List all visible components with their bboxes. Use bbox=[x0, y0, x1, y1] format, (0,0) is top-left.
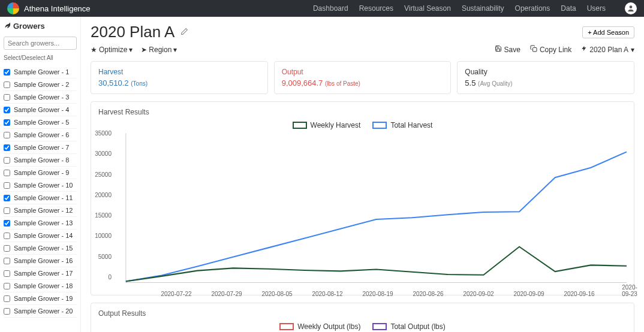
optimize-label: Optimize bbox=[99, 46, 127, 54]
harvest-unit: (Tons) bbox=[131, 80, 148, 87]
grower-checkbox[interactable] bbox=[4, 283, 10, 289]
nav-link-resources[interactable]: Resources bbox=[359, 4, 393, 13]
copy-link-button[interactable]: Copy Link bbox=[530, 45, 571, 54]
season-picker[interactable]: 2020 Plan A ▾ bbox=[581, 45, 634, 54]
quality-card: Quality 5.5 (Avg Quality) bbox=[457, 61, 634, 94]
region-button[interactable]: ➤ Region ▾ bbox=[141, 46, 177, 54]
grower-label: Sample Grower - 9 bbox=[14, 169, 69, 176]
grower-label: Sample Grower - 4 bbox=[14, 106, 69, 113]
sidebar-title: Growers bbox=[4, 22, 77, 31]
grower-label: Sample Grower - 11 bbox=[14, 194, 73, 201]
y-axis-label: 30000 bbox=[95, 150, 112, 157]
x-axis-label: 2020-09-23 bbox=[622, 284, 637, 297]
y-axis-label: 5000 bbox=[98, 253, 112, 259]
grower-checkbox[interactable] bbox=[4, 107, 10, 113]
legend-label: Weekly Output (lbs) bbox=[297, 322, 360, 331]
grower-checkbox[interactable] bbox=[4, 245, 10, 252]
grower-checkbox[interactable] bbox=[4, 195, 10, 201]
quality-label: Quality bbox=[465, 68, 627, 76]
edit-title-icon[interactable] bbox=[180, 28, 188, 37]
x-axis-label: 2020-07-22 bbox=[161, 291, 191, 297]
grower-checkbox[interactable] bbox=[4, 82, 10, 88]
grower-label: Sample Grower - 8 bbox=[14, 156, 69, 164]
grower-label: Sample Grower - 17 bbox=[14, 270, 73, 277]
legend-item: Weekly Harvest bbox=[293, 121, 361, 129]
harvest-value: 30,510.2 (Tons) bbox=[98, 79, 260, 87]
grower-label: Sample Grower - 1 bbox=[14, 68, 69, 76]
caret-down-icon: ▾ bbox=[129, 46, 133, 54]
grower-checkbox[interactable] bbox=[4, 295, 10, 302]
output-number: 9,009,664.7 bbox=[282, 79, 323, 87]
grower-item: Sample Grower - 11 bbox=[4, 192, 77, 204]
search-input[interactable] bbox=[4, 37, 77, 50]
add-season-button[interactable]: + Add Season bbox=[582, 26, 634, 38]
x-axis-label: 2020-09-16 bbox=[564, 291, 594, 297]
nav-link-users[interactable]: Users bbox=[587, 4, 606, 13]
x-axis-label: 2020-07-29 bbox=[211, 291, 242, 297]
harvest-card: Harvest 30,510.2 (Tons) bbox=[91, 61, 268, 94]
nav-link-sustainability[interactable]: Sustainability bbox=[462, 4, 504, 13]
grower-label: Sample Grower - 19 bbox=[14, 295, 73, 302]
y-axis-label: 20000 bbox=[95, 191, 112, 198]
nav-link-data[interactable]: Data bbox=[561, 4, 576, 13]
legend-label: Total Harvest bbox=[390, 121, 432, 129]
grower-label: Sample Grower - 14 bbox=[14, 232, 73, 239]
grower-item: Sample Grower - 4 bbox=[4, 104, 77, 116]
grower-checkbox[interactable] bbox=[4, 233, 10, 239]
select-all-link[interactable]: Select/Deselect All bbox=[4, 55, 77, 61]
grower-item: Sample Grower - 18 bbox=[4, 280, 77, 292]
grower-checkbox[interactable] bbox=[4, 132, 10, 138]
grower-checkbox[interactable] bbox=[4, 119, 10, 126]
x-axis-label: 2020-09-02 bbox=[463, 291, 493, 297]
grower-item: Sample Grower - 3 bbox=[4, 91, 77, 104]
grower-checkbox[interactable] bbox=[4, 308, 10, 315]
legend-swatch bbox=[293, 122, 307, 129]
output-panel-title: Output Results bbox=[98, 309, 627, 318]
add-season-label: Add Season bbox=[593, 29, 629, 36]
nav-link-virtual-season[interactable]: Virtual Season bbox=[404, 4, 451, 13]
grower-checkbox[interactable] bbox=[4, 182, 10, 189]
region-label: Region bbox=[149, 46, 171, 54]
grower-checkbox[interactable] bbox=[4, 270, 10, 277]
user-avatar[interactable] bbox=[625, 2, 637, 14]
harvest-panel-title: Harvest Results bbox=[98, 108, 627, 116]
grower-label: Sample Grower - 16 bbox=[14, 257, 73, 264]
grower-label: Sample Grower - 7 bbox=[14, 144, 69, 151]
grower-item: Sample Grower - 6 bbox=[4, 129, 77, 141]
harvest-chart-svg bbox=[114, 133, 627, 289]
grower-checkbox[interactable] bbox=[4, 207, 10, 214]
bolt-icon bbox=[581, 45, 587, 54]
caret-down-icon: ▾ bbox=[173, 46, 177, 54]
harvest-panel: Harvest Results Weekly HarvestTotal Harv… bbox=[91, 101, 634, 295]
x-axis-label: 2020-08-26 bbox=[413, 291, 443, 297]
grower-item: Sample Grower - 1 bbox=[4, 66, 77, 79]
grower-item: Sample Grower - 2 bbox=[4, 79, 77, 91]
nav-link-operations[interactable]: Operations bbox=[515, 4, 550, 13]
harvest-label: Harvest bbox=[98, 68, 260, 76]
grower-item: Sample Grower - 8 bbox=[4, 154, 77, 167]
grower-checkbox[interactable] bbox=[4, 94, 10, 101]
save-button[interactable]: Save bbox=[495, 45, 520, 54]
star-icon: ★ bbox=[91, 46, 97, 54]
navbar: Athena Intelligence DashboardResourcesVi… bbox=[0, 0, 644, 17]
grower-label: Sample Grower - 12 bbox=[14, 207, 73, 214]
grower-checkbox[interactable] bbox=[4, 258, 10, 264]
nav-link-dashboard[interactable]: Dashboard bbox=[313, 4, 348, 13]
grower-checkbox[interactable] bbox=[4, 69, 10, 76]
grower-label: Sample Grower - 10 bbox=[14, 182, 73, 189]
legend-item: Weekly Output (lbs) bbox=[279, 322, 360, 331]
legend-swatch bbox=[372, 323, 387, 330]
grower-checkbox[interactable] bbox=[4, 220, 10, 227]
quality-value: 5.5 (Avg Quality) bbox=[465, 79, 627, 87]
x-axis-label: 2020-08-19 bbox=[362, 291, 393, 297]
legend-label: Weekly Harvest bbox=[311, 121, 361, 129]
grower-checkbox[interactable] bbox=[4, 157, 10, 164]
optimize-button[interactable]: ★ Optimize ▾ bbox=[91, 46, 133, 54]
grower-item: Sample Grower - 5 bbox=[4, 116, 77, 129]
grower-checkbox[interactable] bbox=[4, 144, 10, 151]
x-axis-label: 2020-09-09 bbox=[513, 291, 544, 297]
caret-down-icon: ▾ bbox=[631, 46, 634, 54]
harvest-legend: Weekly HarvestTotal Harvest bbox=[98, 121, 627, 129]
grower-checkbox[interactable] bbox=[4, 170, 10, 176]
legend-item: Total Output (lbs) bbox=[372, 322, 445, 331]
